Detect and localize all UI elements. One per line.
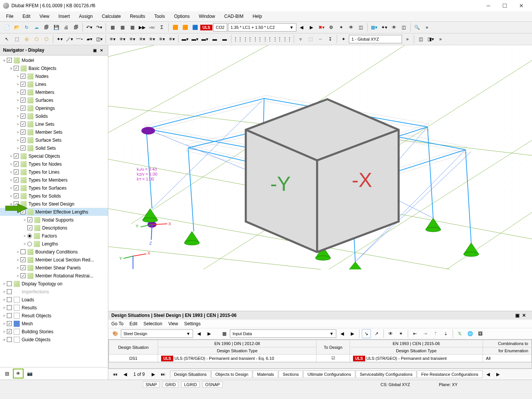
expand-arrow-icon[interactable]: >	[2, 330, 7, 334]
tree-item[interactable]: >Types for Solids	[0, 192, 108, 200]
checkbox[interactable]	[21, 273, 25, 278]
tree-item[interactable]: >Factors	[0, 232, 108, 240]
prev-case-button[interactable]: ◀	[297, 23, 306, 32]
tree-item[interactable]: ∨Basic Objects	[0, 64, 108, 72]
tree-item[interactable]: >Building Stories	[0, 328, 108, 336]
expand-arrow-icon[interactable]: >	[8, 170, 14, 174]
expand-arrow-icon[interactable]: >	[15, 98, 21, 102]
undo-button[interactable]: ↶▾	[85, 23, 94, 32]
expand-arrow-icon[interactable]: >	[15, 258, 21, 262]
radio[interactable]	[27, 234, 32, 238]
data-prev[interactable]: ◀	[337, 329, 347, 338]
tree-item[interactable]: >Member Rotational Restrai...	[0, 272, 108, 280]
tree-item[interactable]: >Results	[0, 304, 108, 312]
checkbox[interactable]	[27, 217, 32, 222]
open-button[interactable]: 📂	[12, 23, 21, 32]
expand-arrow-icon[interactable]: >	[2, 306, 7, 310]
navigator-undock-button[interactable]: ▣	[91, 47, 98, 54]
checkbox[interactable]	[7, 281, 12, 286]
green-tool-6[interactable]: ✳▾	[157, 35, 166, 44]
checkbox[interactable]	[7, 329, 12, 334]
checkbox[interactable]	[21, 249, 25, 254]
checkbox[interactable]	[21, 122, 25, 127]
checkbox[interactable]	[21, 114, 25, 119]
row-dn[interactable]: ⇣	[441, 329, 450, 338]
tree-item[interactable]: >Line Sets	[0, 120, 108, 128]
excel-button[interactable]: 𝕏	[455, 329, 464, 338]
expand-arrow-icon[interactable]: >	[15, 114, 21, 118]
bottom-panel-undock[interactable]: ▣	[515, 313, 522, 318]
print-layout-button[interactable]: 🗐	[42, 23, 51, 32]
lc-button-1[interactable]: 🟧	[171, 23, 180, 32]
image-export-button[interactable]: 🖼	[476, 329, 485, 338]
expand-arrow-icon[interactable]: ∨	[8, 66, 14, 70]
tree-item[interactable]: >Nodes	[0, 72, 108, 80]
tree-item[interactable]: >Types for Members	[0, 176, 108, 184]
checkbox[interactable]	[14, 185, 19, 190]
navigator-tree[interactable]: ∨Model∨Basic Objects>Nodes>Lines>Members…	[0, 55, 108, 367]
more-toolbar-1[interactable]: »	[423, 23, 432, 32]
panel-menu-selection[interactable]: Selection	[144, 321, 162, 326]
checkbox[interactable]	[7, 337, 12, 342]
design-table[interactable]: Design Situation EN 1990 | DIN | 2012-08…	[108, 339, 532, 369]
misc-tool-1[interactable]: ⬚	[306, 35, 315, 44]
checkbox[interactable]	[14, 162, 19, 166]
grid-tool-3[interactable]: ⋮⋮	[253, 35, 262, 44]
new-project-button[interactable]: 📄	[2, 23, 11, 32]
cloud-button[interactable]: ☁	[32, 23, 41, 32]
expand-arrow-icon[interactable]: >	[8, 178, 14, 182]
tree-item[interactable]: >Result Objects	[0, 312, 108, 320]
pager-prev[interactable]: ◀	[120, 370, 130, 379]
checkbox[interactable]	[21, 209, 25, 214]
select-tool-2[interactable]: ⬚	[12, 35, 21, 44]
solid-tool-2[interactable]: ▬▾	[190, 35, 200, 44]
green-tool-4[interactable]: ✳▾	[138, 35, 147, 44]
tree-item[interactable]: ∨Model	[0, 56, 108, 64]
tabs-scroll-right[interactable]: ▶	[494, 370, 503, 379]
grid-tool-4[interactable]: ⋮⋮	[263, 35, 272, 44]
status-snap[interactable]: SNAP	[143, 382, 160, 388]
copy-button[interactable]: 🗐	[71, 23, 81, 32]
bottom-tab[interactable]: Objects to Design	[211, 370, 253, 378]
grid-icon-button[interactable]: ▦▾	[370, 23, 379, 32]
misc-tool-2[interactable]: ∽	[316, 35, 325, 44]
tree-item[interactable]: ∨Member Effective Lengths	[0, 208, 108, 216]
expand-arrow-icon[interactable]: >	[8, 154, 14, 158]
menu-view[interactable]: View	[35, 12, 54, 21]
bottom-tab[interactable]: Ultimate Configurations	[303, 370, 355, 378]
web-button[interactable]: 🌐	[466, 329, 475, 338]
menu-calculate[interactable]: Calculate	[97, 12, 125, 21]
checkbox[interactable]	[7, 321, 12, 326]
draw-line-button[interactable]: ／▾	[65, 35, 74, 44]
tree-item[interactable]: >Lines	[0, 80, 108, 88]
tree-item[interactable]: >Solids	[0, 112, 108, 120]
tree-item[interactable]: >Types for Nodes	[0, 160, 108, 168]
row-add[interactable]: ⇤	[410, 329, 420, 338]
solid-tool-3[interactable]: ▬▾	[200, 35, 209, 44]
module-prev[interactable]: ◀	[194, 329, 203, 338]
panel-menu-view[interactable]: View	[168, 321, 178, 326]
tree-item[interactable]: >Boundary Conditions	[0, 248, 108, 256]
maximize-button[interactable]: ☐	[497, 1, 513, 11]
checkbox[interactable]	[14, 177, 19, 182]
model-viewport[interactable]: X Y Z X Y Z kᵧ/u = 3.43 kᴢ/v = 1.00 kᴛ =…	[108, 45, 532, 380]
expand-arrow-icon[interactable]: >	[15, 90, 21, 94]
menu-edit[interactable]: Edit	[18, 12, 35, 21]
draw-surface-button[interactable]: ▰▾	[85, 35, 94, 44]
menu-window[interactable]: Window	[194, 12, 220, 21]
print-button[interactable]: 🖨	[62, 23, 71, 32]
checkbox[interactable]	[7, 289, 12, 294]
tree-item[interactable]: >Nodal Supports	[0, 216, 108, 224]
grid-tool-2[interactable]: ⋮⋮	[243, 35, 252, 44]
status-osnap[interactable]: OSNAP	[203, 382, 223, 388]
tool-b-button[interactable]: ✶	[337, 23, 346, 32]
module-combo[interactable]: Steel Design▼	[121, 329, 193, 338]
checkbox[interactable]	[27, 225, 32, 230]
tool-eye[interactable]: 👁	[386, 329, 395, 338]
solid-tool-5[interactable]: ▬	[220, 35, 229, 44]
tree-item[interactable]: >Display Topology on	[0, 280, 108, 288]
tree-item[interactable]: >Types for Surfaces	[0, 184, 108, 192]
draw-member-button[interactable]: 〰▾	[75, 35, 84, 44]
window-button[interactable]: ◫	[399, 23, 408, 32]
menu-file[interactable]: File	[2, 12, 18, 21]
